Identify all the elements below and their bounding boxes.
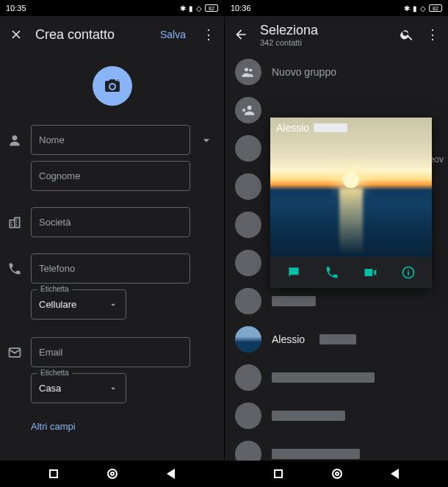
appbar-create-contact: Crea contatto Salva ⋮ [0,16,224,53]
phone-label-value: Cellulare [39,299,76,310]
info-icon[interactable] [400,264,416,281]
phone-field[interactable]: Telefono [31,253,190,284]
phone-left: 10:35 ✱ ▮ ◇ 82 Crea contatto Salva ⋮ Nom… [0,0,224,487]
reflection-decor [339,188,363,254]
nav-home-icon[interactable] [332,469,342,479]
group-icon [235,59,261,85]
dropdown-icon [108,300,118,310]
status-icons: ✱ ▮ ◇ 82 [180,4,218,12]
surname-field[interactable]: Cognome [31,161,190,191]
svg-point-1 [245,68,248,71]
email-label-caption: Etichetta [37,369,72,377]
nav-bar [225,461,448,487]
contact-quick-card: Alessio [270,118,432,288]
status-time: 10:36 [231,4,251,12]
contact-name-redacted [272,372,375,383]
appbar-title: Seleziona [260,23,388,38]
avatar [235,250,261,276]
message-icon[interactable] [286,264,302,281]
company-field[interactable]: Società [31,207,190,237]
add-person-icon [235,97,261,123]
list-item-alessio[interactable]: Alessio [225,320,448,358]
overflow-menu-icon[interactable]: ⋮ [202,28,215,41]
contact-name-redacted [272,411,345,421]
contact-name-redacted [319,334,356,344]
new-group-label: Nuovo gruppo [272,66,336,78]
avatar [235,364,261,391]
avatar [235,403,261,429]
sun-decor [343,172,359,188]
contact-list: Nuovo gruppo Geov Alessio [225,53,448,461]
avatar [235,212,261,238]
dropdown-icon [108,383,118,394]
contact-surname-redacted [314,123,347,132]
back-icon[interactable] [234,27,248,42]
overflow-menu-icon[interactable]: ⋮ [426,28,439,41]
avatar [235,135,261,162]
list-item[interactable] [225,435,448,461]
avatar [235,288,261,314]
avatar [235,173,261,200]
nav-recent-icon[interactable] [274,469,283,478]
email-field[interactable]: Email [31,337,190,367]
status-time: 10:35 [6,4,26,12]
name-field[interactable]: Nome [31,125,190,155]
svg-point-2 [249,68,252,71]
signal-icon: ▮ [413,4,417,12]
wifi-icon: ◇ [196,4,202,12]
wifi-icon: ◇ [420,4,426,12]
list-item[interactable] [225,358,448,397]
appbar-subtitle: 342 contatti [260,38,388,47]
close-icon[interactable] [9,27,24,42]
phone-label-caption: Etichetta [37,285,72,293]
call-icon[interactable] [324,264,340,281]
contact-photo[interactable]: Alessio [270,118,432,257]
nav-back-icon[interactable] [391,469,399,479]
contact-name: Alessio [272,333,305,345]
add-photo-button[interactable] [93,66,132,106]
phone-label-select[interactable]: Etichetta Cellulare [31,289,126,320]
bluetooth-icon: ✱ [404,4,410,12]
battery-icon: 82 [205,4,218,12]
email-icon [6,345,24,360]
status-bar: 10:36 ✱ ▮ ◇ 82 [225,0,448,16]
phone-icon [6,261,24,276]
search-icon[interactable] [400,27,414,42]
avatar [235,326,261,353]
new-group-row[interactable]: Nuovo gruppo [225,53,448,91]
contact-name-redacted [272,296,316,306]
avatar [235,441,261,461]
contact-card-name: Alessio [270,118,353,138]
contact-card-actions [270,257,432,288]
svg-point-0 [12,135,18,140]
nav-bar [0,461,224,487]
avatar-zone [0,53,224,122]
save-button[interactable]: Salva [160,29,186,40]
battery-icon: 82 [429,4,442,12]
list-item[interactable] [225,397,448,435]
nav-home-icon[interactable] [107,469,118,479]
chevron-down-icon[interactable] [198,133,215,148]
nav-recent-icon[interactable] [49,469,58,478]
nav-back-icon[interactable] [167,469,175,479]
more-fields-button[interactable]: Altri campi [0,411,224,445]
create-contact-form: Nome Cognome Società Telefono [0,53,224,461]
signal-icon: ▮ [189,4,193,12]
svg-point-3 [248,106,252,110]
phone-right: 10:36 ✱ ▮ ◇ 82 Seleziona 342 contatti ⋮ … [224,0,448,487]
appbar-title: Crea contatto [35,27,148,43]
email-label-value: Casa [39,383,61,394]
bluetooth-icon: ✱ [180,4,186,12]
status-icons: ✱ ▮ ◇ 82 [404,4,442,12]
appbar-select: Seleziona 342 contatti ⋮ [225,16,448,53]
video-icon[interactable] [362,264,378,281]
company-icon [6,215,24,230]
status-bar: 10:35 ✱ ▮ ◇ 82 [0,0,224,16]
person-icon [6,133,24,148]
contact-name-redacted [272,449,360,459]
email-label-select[interactable]: Etichetta Casa [31,373,126,403]
